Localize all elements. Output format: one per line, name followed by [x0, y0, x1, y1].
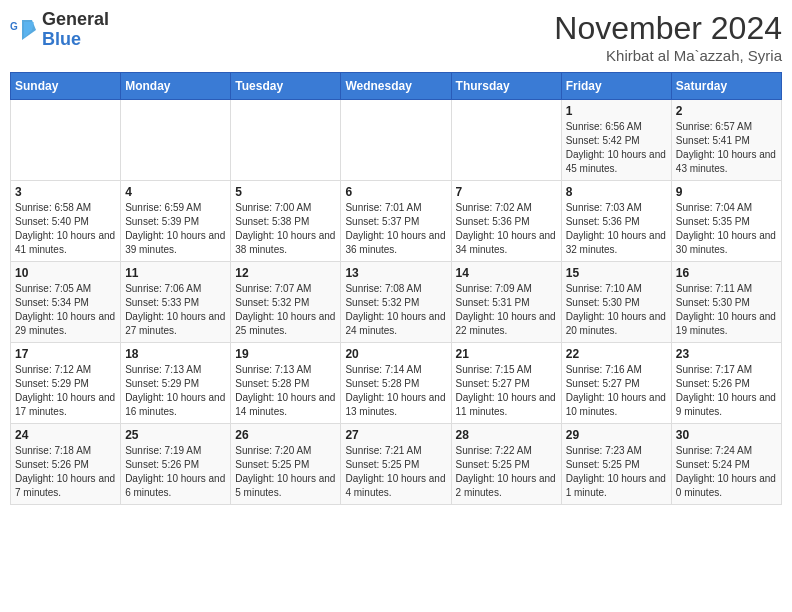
weekday-header-row: SundayMondayTuesdayWednesdayThursdayFrid… — [11, 73, 782, 100]
day-number: 5 — [235, 185, 336, 199]
day-info: Sunrise: 7:12 AMSunset: 5:29 PMDaylight:… — [15, 363, 116, 419]
day-number: 27 — [345, 428, 446, 442]
calendar-cell: 6Sunrise: 7:01 AMSunset: 5:37 PMDaylight… — [341, 181, 451, 262]
day-info: Sunrise: 6:58 AMSunset: 5:40 PMDaylight:… — [15, 201, 116, 257]
day-number: 22 — [566, 347, 667, 361]
day-number: 7 — [456, 185, 557, 199]
day-number: 2 — [676, 104, 777, 118]
week-row-3: 10Sunrise: 7:05 AMSunset: 5:34 PMDayligh… — [11, 262, 782, 343]
day-info: Sunrise: 7:02 AMSunset: 5:36 PMDaylight:… — [456, 201, 557, 257]
day-number: 21 — [456, 347, 557, 361]
day-number: 16 — [676, 266, 777, 280]
calendar-cell: 1Sunrise: 6:56 AMSunset: 5:42 PMDaylight… — [561, 100, 671, 181]
logo-text: General Blue — [42, 10, 109, 50]
weekday-header-wednesday: Wednesday — [341, 73, 451, 100]
day-info: Sunrise: 6:59 AMSunset: 5:39 PMDaylight:… — [125, 201, 226, 257]
day-info: Sunrise: 7:13 AMSunset: 5:28 PMDaylight:… — [235, 363, 336, 419]
calendar-cell: 23Sunrise: 7:17 AMSunset: 5:26 PMDayligh… — [671, 343, 781, 424]
day-number: 13 — [345, 266, 446, 280]
weekday-header-friday: Friday — [561, 73, 671, 100]
calendar-cell: 2Sunrise: 6:57 AMSunset: 5:41 PMDaylight… — [671, 100, 781, 181]
calendar-cell: 28Sunrise: 7:22 AMSunset: 5:25 PMDayligh… — [451, 424, 561, 505]
day-info: Sunrise: 7:15 AMSunset: 5:27 PMDaylight:… — [456, 363, 557, 419]
month-title: November 2024 — [554, 10, 782, 47]
day-info: Sunrise: 7:06 AMSunset: 5:33 PMDaylight:… — [125, 282, 226, 338]
day-number: 18 — [125, 347, 226, 361]
day-number: 9 — [676, 185, 777, 199]
weekday-header-saturday: Saturday — [671, 73, 781, 100]
calendar-cell: 30Sunrise: 7:24 AMSunset: 5:24 PMDayligh… — [671, 424, 781, 505]
logo-blue: Blue — [42, 30, 109, 50]
calendar-cell — [121, 100, 231, 181]
day-info: Sunrise: 7:24 AMSunset: 5:24 PMDaylight:… — [676, 444, 777, 500]
day-number: 20 — [345, 347, 446, 361]
day-info: Sunrise: 6:56 AMSunset: 5:42 PMDaylight:… — [566, 120, 667, 176]
day-info: Sunrise: 7:14 AMSunset: 5:28 PMDaylight:… — [345, 363, 446, 419]
day-number: 19 — [235, 347, 336, 361]
day-info: Sunrise: 7:08 AMSunset: 5:32 PMDaylight:… — [345, 282, 446, 338]
calendar-cell: 29Sunrise: 7:23 AMSunset: 5:25 PMDayligh… — [561, 424, 671, 505]
calendar-cell: 22Sunrise: 7:16 AMSunset: 5:27 PMDayligh… — [561, 343, 671, 424]
calendar-cell: 18Sunrise: 7:13 AMSunset: 5:29 PMDayligh… — [121, 343, 231, 424]
day-number: 6 — [345, 185, 446, 199]
day-number: 25 — [125, 428, 226, 442]
calendar-cell: 13Sunrise: 7:08 AMSunset: 5:32 PMDayligh… — [341, 262, 451, 343]
day-number: 12 — [235, 266, 336, 280]
day-info: Sunrise: 7:01 AMSunset: 5:37 PMDaylight:… — [345, 201, 446, 257]
calendar-cell: 27Sunrise: 7:21 AMSunset: 5:25 PMDayligh… — [341, 424, 451, 505]
calendar-cell: 11Sunrise: 7:06 AMSunset: 5:33 PMDayligh… — [121, 262, 231, 343]
day-info: Sunrise: 7:21 AMSunset: 5:25 PMDaylight:… — [345, 444, 446, 500]
calendar-cell: 5Sunrise: 7:00 AMSunset: 5:38 PMDaylight… — [231, 181, 341, 262]
calendar-cell: 7Sunrise: 7:02 AMSunset: 5:36 PMDaylight… — [451, 181, 561, 262]
calendar-cell: 26Sunrise: 7:20 AMSunset: 5:25 PMDayligh… — [231, 424, 341, 505]
page-header: G General Blue November 2024 Khirbat al … — [10, 10, 782, 64]
day-number: 4 — [125, 185, 226, 199]
week-row-1: 1Sunrise: 6:56 AMSunset: 5:42 PMDaylight… — [11, 100, 782, 181]
calendar-cell — [341, 100, 451, 181]
calendar-cell: 24Sunrise: 7:18 AMSunset: 5:26 PMDayligh… — [11, 424, 121, 505]
day-number: 1 — [566, 104, 667, 118]
day-number: 23 — [676, 347, 777, 361]
day-info: Sunrise: 7:07 AMSunset: 5:32 PMDaylight:… — [235, 282, 336, 338]
day-number: 11 — [125, 266, 226, 280]
day-info: Sunrise: 7:10 AMSunset: 5:30 PMDaylight:… — [566, 282, 667, 338]
location-title: Khirbat al Ma`azzah, Syria — [554, 47, 782, 64]
calendar-cell: 14Sunrise: 7:09 AMSunset: 5:31 PMDayligh… — [451, 262, 561, 343]
day-info: Sunrise: 7:04 AMSunset: 5:35 PMDaylight:… — [676, 201, 777, 257]
logo: G General Blue — [10, 10, 109, 50]
calendar-cell: 12Sunrise: 7:07 AMSunset: 5:32 PMDayligh… — [231, 262, 341, 343]
day-info: Sunrise: 7:00 AMSunset: 5:38 PMDaylight:… — [235, 201, 336, 257]
day-info: Sunrise: 7:22 AMSunset: 5:25 PMDaylight:… — [456, 444, 557, 500]
calendar-cell: 20Sunrise: 7:14 AMSunset: 5:28 PMDayligh… — [341, 343, 451, 424]
calendar-cell: 9Sunrise: 7:04 AMSunset: 5:35 PMDaylight… — [671, 181, 781, 262]
day-number: 30 — [676, 428, 777, 442]
calendar-cell: 25Sunrise: 7:19 AMSunset: 5:26 PMDayligh… — [121, 424, 231, 505]
calendar-cell — [11, 100, 121, 181]
weekday-header-monday: Monday — [121, 73, 231, 100]
day-number: 15 — [566, 266, 667, 280]
day-info: Sunrise: 7:19 AMSunset: 5:26 PMDaylight:… — [125, 444, 226, 500]
day-info: Sunrise: 6:57 AMSunset: 5:41 PMDaylight:… — [676, 120, 777, 176]
day-number: 14 — [456, 266, 557, 280]
day-number: 26 — [235, 428, 336, 442]
calendar-cell — [231, 100, 341, 181]
day-info: Sunrise: 7:03 AMSunset: 5:36 PMDaylight:… — [566, 201, 667, 257]
day-info: Sunrise: 7:09 AMSunset: 5:31 PMDaylight:… — [456, 282, 557, 338]
calendar-table: SundayMondayTuesdayWednesdayThursdayFrid… — [10, 72, 782, 505]
day-info: Sunrise: 7:13 AMSunset: 5:29 PMDaylight:… — [125, 363, 226, 419]
calendar-cell: 15Sunrise: 7:10 AMSunset: 5:30 PMDayligh… — [561, 262, 671, 343]
weekday-header-sunday: Sunday — [11, 73, 121, 100]
calendar-cell: 21Sunrise: 7:15 AMSunset: 5:27 PMDayligh… — [451, 343, 561, 424]
calendar-cell: 16Sunrise: 7:11 AMSunset: 5:30 PMDayligh… — [671, 262, 781, 343]
day-info: Sunrise: 7:20 AMSunset: 5:25 PMDaylight:… — [235, 444, 336, 500]
week-row-4: 17Sunrise: 7:12 AMSunset: 5:29 PMDayligh… — [11, 343, 782, 424]
calendar-cell: 3Sunrise: 6:58 AMSunset: 5:40 PMDaylight… — [11, 181, 121, 262]
calendar-cell: 4Sunrise: 6:59 AMSunset: 5:39 PMDaylight… — [121, 181, 231, 262]
svg-text:G: G — [10, 21, 18, 32]
calendar-cell: 10Sunrise: 7:05 AMSunset: 5:34 PMDayligh… — [11, 262, 121, 343]
day-number: 10 — [15, 266, 116, 280]
calendar-cell: 19Sunrise: 7:13 AMSunset: 5:28 PMDayligh… — [231, 343, 341, 424]
day-number: 8 — [566, 185, 667, 199]
generalblue-logo-icon: G — [10, 16, 38, 44]
weekday-header-thursday: Thursday — [451, 73, 561, 100]
